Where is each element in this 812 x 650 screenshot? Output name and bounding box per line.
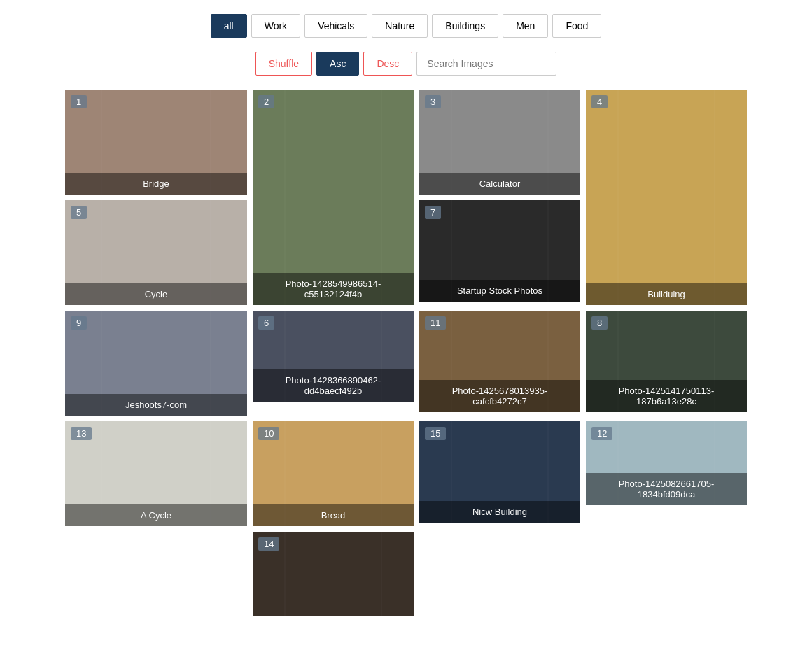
photo-label-7: Startup Stock Photos bbox=[419, 280, 580, 302]
filter-btn-men[interactable]: Men bbox=[503, 14, 548, 38]
photo-label-6: Photo-1428366890462-dd4baecf492b bbox=[253, 369, 414, 402]
photo-number-4: 4 bbox=[592, 95, 608, 108]
photo-item-7[interactable]: 7Startup Stock Photos bbox=[419, 200, 580, 302]
photo-label-3: Calculator bbox=[419, 173, 580, 195]
filter-btn-vehicals[interactable]: Vehicals bbox=[304, 14, 368, 38]
photo-number-5: 5 bbox=[71, 206, 87, 219]
photo-item-2[interactable]: 2Photo-1428549986514-c55132124f4b bbox=[253, 90, 414, 305]
sort-search-bar: ShuffleAscDesc bbox=[7, 52, 805, 76]
photo-label-2: Photo-1428549986514-c55132124f4b bbox=[253, 273, 414, 305]
photo-number-7: 7 bbox=[425, 206, 441, 219]
photo-number-12: 12 bbox=[592, 427, 612, 440]
photo-label-11: Photo-1425678013935-cafcfb4272c7 bbox=[419, 380, 580, 412]
photo-number-15: 15 bbox=[425, 427, 446, 440]
photo-label-12: Photo-1425082661705-1834bfd09dca bbox=[586, 473, 747, 505]
photo-number-1: 1 bbox=[71, 95, 87, 108]
photo-number-9: 9 bbox=[71, 316, 87, 330]
filter-btn-all[interactable]: all bbox=[211, 14, 247, 38]
photo-number-6: 6 bbox=[258, 316, 274, 330]
photo-item-12[interactable]: 12Photo-1425082661705-1834bfd09dca bbox=[586, 421, 747, 505]
filter-btn-work[interactable]: Work bbox=[251, 14, 300, 38]
photo-item-5[interactable]: 5Cycle bbox=[65, 200, 247, 305]
photo-item-9[interactable]: 9Jeshoots7-com bbox=[65, 311, 247, 416]
photo-number-14: 14 bbox=[258, 537, 279, 551]
photo-label-5: Cycle bbox=[65, 283, 247, 305]
filter-btn-buildings[interactable]: Buildings bbox=[432, 14, 498, 38]
photo-item-3[interactable]: 3Calculator bbox=[419, 90, 580, 195]
photo-item-11[interactable]: 11Photo-1425678013935-cafcfb4272c7 bbox=[419, 311, 580, 412]
photo-label-15: Nicw Building bbox=[419, 501, 580, 523]
sort-btn-shuffle[interactable]: Shuffle bbox=[255, 52, 312, 76]
photo-number-11: 11 bbox=[425, 316, 446, 330]
photo-number-2: 2 bbox=[258, 95, 274, 108]
filter-btn-nature[interactable]: Nature bbox=[372, 14, 428, 38]
photo-number-10: 10 bbox=[258, 427, 279, 440]
photo-label-10: Bread bbox=[253, 504, 414, 526]
filter-btn-food[interactable]: Food bbox=[552, 14, 601, 38]
photo-label-1: Bridge bbox=[65, 173, 247, 195]
photo-item-8[interactable]: 8Photo-1425141750113-187b6a13e28c bbox=[586, 311, 747, 412]
photo-item-14[interactable]: 14 bbox=[253, 532, 414, 616]
photo-item-4[interactable]: 4Builduing bbox=[586, 90, 747, 305]
sort-btn-desc[interactable]: Desc bbox=[363, 52, 412, 76]
photo-number-3: 3 bbox=[425, 95, 441, 108]
photo-item-1[interactable]: 1Bridge bbox=[65, 90, 247, 195]
svg-rect-12 bbox=[586, 90, 747, 305]
photo-label-8: Photo-1425141750113-187b6a13e28c bbox=[586, 380, 747, 412]
photo-item-15[interactable]: 15Nicw Building bbox=[419, 421, 580, 523]
sort-btn-asc[interactable]: Asc bbox=[316, 52, 359, 76]
photo-label-9: Jeshoots7-com bbox=[65, 394, 247, 416]
gallery: 1Bridge2Photo-1428549986514-c55132124f4b… bbox=[7, 90, 805, 616]
photo-number-13: 13 bbox=[71, 427, 92, 440]
photo-item-6[interactable]: 6Photo-1428366890462-dd4baecf492b bbox=[253, 311, 414, 402]
top-filter-bar: allWorkVehicalsNatureBuildingsMenFood bbox=[7, 14, 805, 38]
photo-label-4: Builduing bbox=[586, 283, 747, 305]
photo-number-8: 8 bbox=[592, 316, 608, 330]
photo-item-13[interactable]: 13A Cycle bbox=[65, 421, 247, 526]
photo-label-13: A Cycle bbox=[65, 504, 247, 526]
photo-item-10[interactable]: 10Bread bbox=[253, 421, 414, 526]
search-input[interactable] bbox=[416, 52, 556, 76]
